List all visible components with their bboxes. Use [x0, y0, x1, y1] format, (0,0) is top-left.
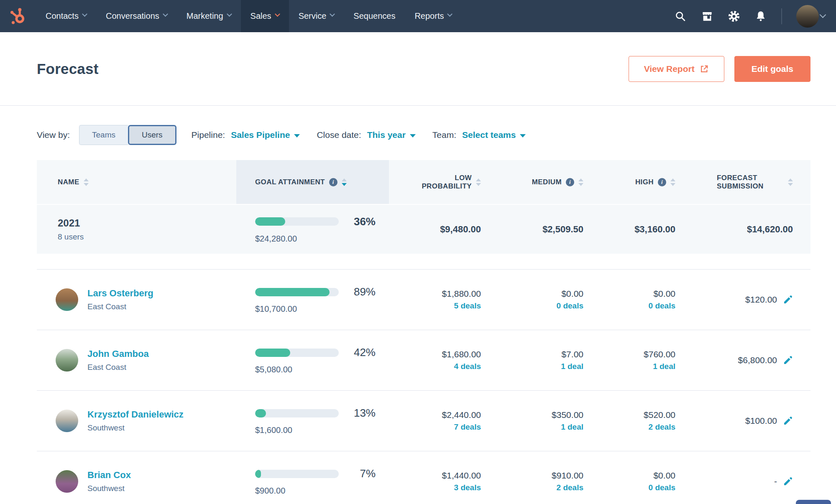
hubspot-logo[interactable] — [0, 0, 36, 32]
edit-goals-button[interactable]: Edit goals — [734, 56, 810, 82]
user-avatar[interactable] — [796, 5, 819, 28]
high-deals-link[interactable]: 1 deal — [653, 362, 675, 371]
column-header-name[interactable]: NAME — [37, 160, 236, 204]
user-rows: Lars Osterberg East Coast 89% $10,700.00… — [37, 269, 810, 504]
nav-utilities — [674, 0, 836, 32]
user-name-link[interactable]: Lars Osterberg — [87, 288, 153, 299]
marketplace-icon[interactable] — [701, 10, 713, 23]
nav-item-sequences[interactable]: Sequences — [344, 0, 405, 32]
high-amount: $0.00 — [653, 471, 675, 481]
view-by-label: View by: — [37, 130, 70, 140]
high-deals-link[interactable]: 0 deals — [649, 483, 675, 492]
avatar[interactable] — [56, 470, 78, 493]
nav-item-sales[interactable]: Sales — [241, 0, 289, 32]
header-actions: View Report Edit goals — [629, 56, 810, 82]
low-deals-link[interactable]: 3 deals — [454, 483, 481, 492]
edit-pencil-icon[interactable] — [783, 416, 793, 426]
low-probability-amount: $2,440.00 — [442, 410, 481, 420]
table-row: Krzysztof Danielewicz Southwest 13% $1,6… — [37, 391, 810, 451]
nav-menu: Contacts Conversations Marketing Sales S… — [36, 0, 461, 32]
avatar[interactable] — [56, 410, 78, 432]
nav-item-label: Service — [299, 11, 327, 21]
view-by-toggle: Teams Users — [79, 125, 176, 145]
low-deals-link[interactable]: 4 deals — [454, 362, 481, 371]
sort-icon[interactable] — [84, 178, 89, 186]
header-label: LOW PROBABILITY — [415, 174, 472, 191]
sort-icon[interactable] — [578, 178, 583, 186]
user-name-link[interactable]: Krzysztof Danielewicz — [87, 409, 184, 420]
bottom-right-widget[interactable] — [796, 500, 831, 504]
teams-toggle-button[interactable]: Teams — [79, 125, 128, 145]
search-icon[interactable] — [674, 10, 687, 23]
users-toggle-button[interactable]: Users — [128, 125, 176, 145]
high-deals-link[interactable]: 0 deals — [649, 301, 675, 311]
user-name-link[interactable]: John Gamboa — [87, 349, 149, 359]
column-header-medium[interactable]: MEDIUM i — [481, 160, 583, 204]
close-date-label: Close date: — [317, 130, 361, 140]
table-row: Lars Osterberg East Coast 89% $10,700.00… — [37, 270, 810, 330]
avatar[interactable] — [56, 288, 78, 311]
summary-row-2021: 2021 8 users 36% $24,280.00 $9,480.00 $2… — [37, 205, 810, 254]
summary-user-count: 8 users — [58, 232, 84, 242]
medium-amount: $0.00 — [561, 289, 583, 299]
close-date-dropdown[interactable]: This year — [367, 130, 416, 140]
account-chevron-icon[interactable] — [820, 12, 826, 18]
edit-goals-label: Edit goals — [752, 64, 793, 74]
team-value: Select teams — [462, 130, 516, 140]
sort-icon[interactable] — [342, 178, 347, 186]
sort-icon[interactable] — [670, 178, 675, 186]
view-report-button[interactable]: View Report — [629, 56, 724, 82]
sort-icon[interactable] — [476, 178, 481, 186]
goal-amount: $900.00 — [255, 486, 376, 496]
low-probability-total: $9,480.00 — [440, 224, 481, 235]
medium-deals-link[interactable]: 0 deals — [557, 301, 583, 311]
edit-pencil-icon[interactable] — [783, 295, 793, 305]
low-deals-link[interactable]: 7 deals — [454, 423, 481, 432]
table-row: Brian Cox Southwest 7% $900.00 $1,440.00… — [37, 451, 810, 504]
nav-item-conversations[interactable]: Conversations — [96, 0, 177, 32]
goal-progress-bar — [255, 217, 339, 226]
pipeline-dropdown[interactable]: Sales Pipeline — [231, 130, 300, 140]
filter-bar: View by: Teams Users Pipeline: Sales Pip… — [0, 106, 836, 145]
caret-down-icon — [294, 134, 300, 137]
goal-amount: $24,280.00 — [255, 234, 376, 244]
nav-item-service[interactable]: Service — [289, 0, 344, 32]
edit-pencil-icon[interactable] — [783, 355, 793, 365]
low-deals-link[interactable]: 5 deals — [454, 301, 481, 311]
teams-label: Teams — [92, 130, 115, 140]
chevron-down-icon — [330, 11, 335, 17]
info-icon[interactable]: i — [566, 178, 574, 186]
notifications-icon[interactable] — [754, 10, 767, 23]
nav-item-reports[interactable]: Reports — [405, 0, 461, 32]
column-header-high[interactable]: HIGH i — [583, 160, 675, 204]
high-deals-link[interactable]: 2 deals — [649, 423, 675, 432]
nav-divider — [781, 8, 782, 24]
forecast-submission-total: $14,620.00 — [747, 224, 793, 235]
info-icon[interactable]: i — [658, 178, 666, 186]
goal-progress-bar — [255, 349, 339, 357]
column-header-forecast-submission[interactable]: FORECAST SUBMISSION — [675, 160, 810, 204]
page-header: Forecast View Report Edit goals — [0, 32, 836, 106]
user-team: Southwest — [87, 484, 131, 493]
goal-amount: $1,600.00 — [255, 425, 376, 435]
avatar[interactable] — [56, 349, 78, 372]
forecast-submission-amount: $6,800.00 — [738, 355, 777, 365]
chevron-down-icon — [227, 11, 232, 17]
header-label: FORECAST SUBMISSION — [717, 174, 784, 191]
team-dropdown[interactable]: Select teams — [462, 130, 526, 140]
medium-deals-link[interactable]: 1 deal — [561, 362, 583, 371]
medium-deals-link[interactable]: 1 deal — [561, 423, 583, 432]
sort-icon[interactable] — [788, 178, 793, 186]
info-icon[interactable]: i — [329, 178, 337, 186]
settings-icon[interactable] — [728, 10, 740, 23]
nav-item-marketing[interactable]: Marketing — [177, 0, 241, 32]
user-name-link[interactable]: Brian Cox — [87, 470, 131, 481]
edit-pencil-icon[interactable] — [783, 476, 793, 486]
medium-deals-link[interactable]: 2 deals — [557, 483, 583, 492]
forecast-table: NAME GOAL ATTAINMENT i LOW PROBABILITY M… — [37, 160, 810, 504]
column-header-low-probability[interactable]: LOW PROBABILITY — [389, 160, 481, 204]
forecast-submission-amount: $120.00 — [745, 295, 777, 305]
user-team: Southwest — [87, 423, 184, 433]
column-header-goal-attainment[interactable]: GOAL ATTAINMENT i — [236, 160, 389, 204]
nav-item-contacts[interactable]: Contacts — [36, 0, 96, 32]
